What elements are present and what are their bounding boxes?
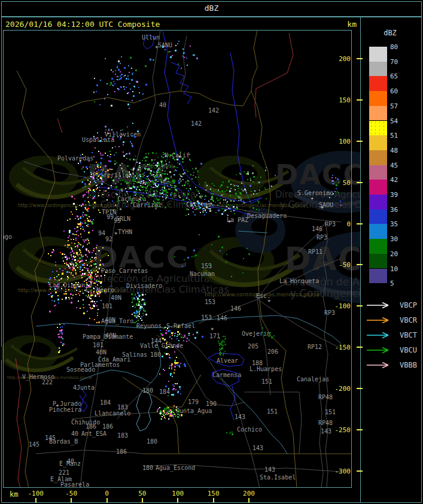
echo-cluster — [89, 123, 139, 154]
scale-label: 60 — [390, 87, 410, 95]
vector-legend-label: VBBB — [400, 361, 417, 369]
echo-cluster — [76, 245, 109, 326]
scale-label: 80 — [390, 43, 410, 51]
color-scale-title: dBZ — [369, 29, 411, 37]
scale-label: 65 — [390, 72, 410, 80]
scale-label: 57 — [390, 102, 410, 110]
echo-cluster — [157, 405, 185, 420]
vector-arrow-icon — [366, 317, 394, 324]
radar-app-window: dBZ 2026/01/16 04:12:00 UTC Composite km… — [0, 0, 423, 504]
scale-label: 51 — [390, 132, 410, 139]
vector-legend-label: VBCT — [400, 331, 417, 339]
echo-cluster — [108, 151, 202, 210]
scale-swatch — [369, 76, 387, 91]
page-title: dBZ — [0, 4, 423, 13]
scale-swatch — [369, 210, 387, 224]
scale-label: 36 — [390, 206, 410, 214]
scale-label: 70 — [390, 58, 410, 66]
scale-swatch — [369, 135, 387, 150]
scale-label: 35 — [390, 220, 410, 228]
scale-swatch — [369, 150, 387, 165]
scale-swatch — [369, 165, 387, 180]
echo-cluster — [174, 234, 250, 277]
map-canvas[interactable]: UllunSANUVillavicenUspallataPolvaredasN.… — [3, 30, 352, 488]
scale-label: 5 — [390, 280, 410, 287]
scale-swatch — [369, 195, 387, 210]
echo-cluster — [185, 181, 260, 216]
scale-label: 48 — [390, 147, 410, 154]
echo-cluster — [131, 292, 147, 327]
echo-cluster — [329, 175, 342, 206]
scale-swatch — [369, 180, 387, 195]
scale-label: 42 — [390, 176, 410, 184]
echo-cluster — [93, 56, 154, 109]
scale-label: 45 — [390, 162, 410, 169]
echo-cluster — [48, 249, 60, 312]
scale-label: 10 — [390, 265, 410, 273]
scale-swatch — [369, 91, 387, 106]
scale-swatch — [369, 62, 387, 77]
scale-swatch — [369, 106, 387, 121]
echo-cluster — [218, 336, 226, 356]
scale-label: 20 — [390, 250, 410, 258]
scale-label: 30 — [390, 235, 410, 243]
echo-cluster — [75, 147, 116, 213]
scale-swatch — [369, 121, 387, 136]
echo-cluster — [54, 196, 95, 308]
echo-cluster — [262, 327, 275, 339]
scale-swatch — [369, 224, 387, 239]
vector-legend-label: VBCP — [400, 301, 417, 309]
vector-arrow-icon — [366, 302, 394, 309]
echo-cluster — [168, 385, 181, 396]
vector-legend-label: VBCR — [400, 316, 417, 324]
scale-swatch — [369, 269, 387, 284]
vector-arrow-icon — [366, 347, 394, 354]
echo-cluster — [226, 432, 233, 435]
radar-echoes — [3, 30, 352, 488]
scale-swatch — [369, 239, 387, 254]
scale-swatch — [369, 254, 387, 269]
vector-legend-label: VBCU — [400, 346, 417, 354]
scale-label: 54 — [390, 117, 410, 125]
scale-swatch — [369, 47, 387, 62]
echo-cluster — [57, 324, 65, 353]
echo-cluster — [150, 41, 198, 69]
vector-arrow-icon — [366, 362, 394, 369]
scale-label: 39 — [390, 191, 410, 199]
vector-arrow-icon — [366, 332, 394, 339]
